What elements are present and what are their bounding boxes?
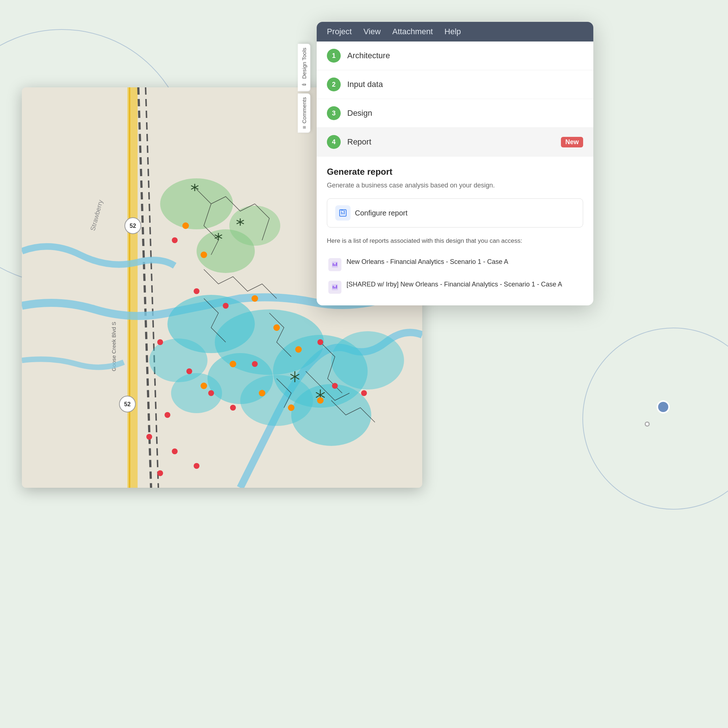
step-design[interactable]: 3 Design	[317, 99, 593, 128]
report-name-1: New Orleans - Financial Analytics - Scen…	[347, 257, 508, 266]
new-badge: New	[561, 137, 583, 147]
svg-point-56	[273, 324, 280, 331]
report-item-2[interactable]: [SHARED w/ Irby] New Orleans - Financial…	[327, 278, 583, 295]
pencil-icon: ✏	[301, 81, 307, 88]
svg-point-57	[295, 346, 302, 353]
svg-point-52	[252, 361, 258, 367]
svg-point-47	[194, 463, 199, 469]
svg-point-43	[230, 405, 236, 411]
generate-report-title: Generate report	[327, 167, 583, 177]
design-tools-tab[interactable]: ✏ Design Tools	[298, 44, 310, 92]
step-report[interactable]: 4 Report New	[317, 128, 593, 156]
comment-icon: ≡	[301, 125, 307, 129]
svg-point-58	[230, 361, 236, 367]
svg-point-54	[200, 252, 207, 258]
svg-point-39	[223, 303, 229, 309]
configure-report-button[interactable]: Configure report	[327, 198, 583, 228]
menu-help[interactable]: Help	[444, 27, 461, 37]
configure-report-label: Configure report	[355, 209, 408, 217]
svg-text:52: 52	[130, 223, 136, 229]
comments-tab[interactable]: ≡ Comments	[298, 93, 310, 133]
deco-circle-bottom-right	[583, 327, 728, 509]
svg-point-49	[317, 339, 323, 345]
svg-point-59	[200, 382, 207, 389]
svg-point-45	[146, 434, 152, 440]
deco-dot-white-1	[645, 422, 650, 427]
svg-point-18	[331, 331, 404, 390]
reports-list: New Orleans - Financial Analytics - Scen…	[317, 256, 593, 305]
report-name-2: [SHARED w/ Irby] New Orleans - Financial…	[347, 280, 562, 289]
svg-point-17	[291, 384, 371, 446]
menu-bar: Project View Attachment Help	[317, 22, 593, 41]
svg-point-40	[157, 339, 163, 345]
generate-report-section: Generate report Generate a business case…	[317, 156, 593, 256]
generate-report-desc: Generate a business case analysis based …	[327, 180, 583, 190]
svg-text:52: 52	[124, 401, 131, 407]
report-icon-1	[328, 258, 341, 271]
svg-point-41	[187, 369, 192, 374]
svg-point-12	[229, 206, 280, 246]
deco-dot-blue-2	[657, 401, 670, 413]
svg-point-21	[171, 373, 222, 413]
steps-list: 1 Architecture 2 Input data 3 Design 4 R…	[317, 41, 593, 156]
svg-point-60	[259, 390, 265, 396]
step-number-2: 2	[327, 78, 341, 91]
report-item-1[interactable]: New Orleans - Financial Analytics - Scen…	[327, 256, 583, 273]
svg-point-51	[361, 390, 367, 396]
step-label-design: Design	[347, 109, 583, 118]
svg-point-53	[182, 222, 189, 229]
svg-point-42	[208, 390, 214, 396]
svg-point-44	[165, 412, 170, 418]
report-icon-2	[328, 281, 341, 294]
svg-point-62	[317, 397, 324, 404]
step-architecture[interactable]: 1 Architecture	[317, 41, 593, 70]
step-label-report: Report	[347, 137, 561, 147]
svg-point-10	[160, 178, 233, 229]
svg-point-46	[172, 448, 177, 454]
svg-point-37	[172, 237, 177, 243]
step-number-1: 1	[327, 49, 341, 63]
svg-rect-2	[129, 87, 130, 488]
step-number-3: 3	[327, 106, 341, 120]
svg-point-61	[288, 404, 294, 411]
svg-point-48	[157, 470, 163, 476]
svg-point-50	[332, 383, 338, 389]
menu-view[interactable]: View	[363, 27, 380, 37]
configure-report-icon	[335, 205, 350, 220]
step-label-input-data: Input data	[347, 80, 583, 89]
menu-attachment[interactable]: Attachment	[392, 27, 433, 37]
reports-intro-text: Here is a list of reports associated wit…	[327, 236, 583, 246]
step-input-data[interactable]: 2 Input data	[317, 70, 593, 99]
menu-project[interactable]: Project	[327, 27, 352, 37]
side-tabs: ✏ Design Tools ≡ Comments	[298, 44, 310, 133]
step-label-architecture: Architecture	[347, 51, 583, 60]
step-number-4: 4	[327, 135, 341, 149]
svg-point-38	[194, 288, 199, 294]
main-panel: Project View Attachment Help ✏ Design To…	[317, 22, 593, 305]
svg-point-55	[252, 295, 258, 302]
